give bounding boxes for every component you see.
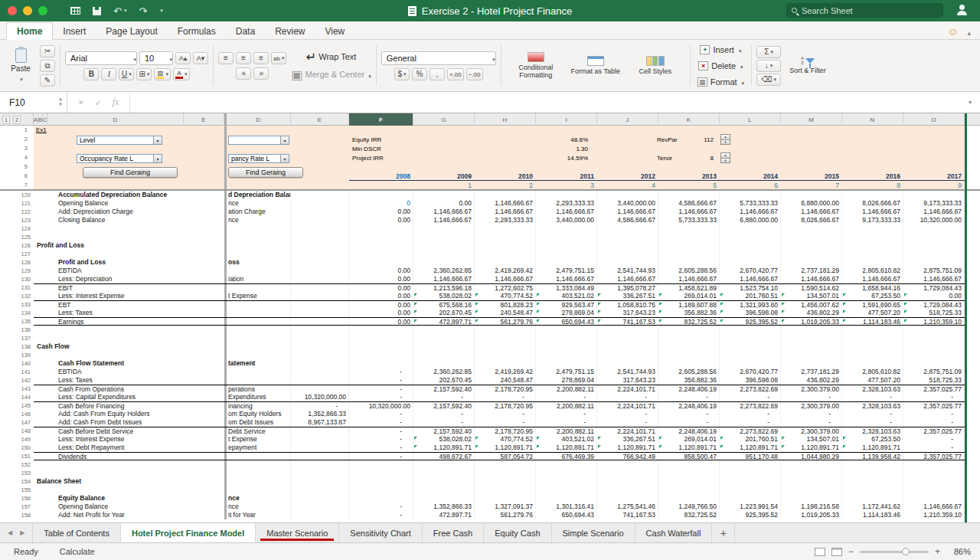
grid-cell[interactable]: 1,456,007.62: [781, 301, 842, 309]
grid-cell[interactable]: 0.00: [349, 284, 413, 292]
grid-cell[interactable]: [291, 334, 349, 342]
grid-cell[interactable]: [413, 241, 475, 250]
grid-cell[interactable]: 317,643.23: [597, 309, 658, 317]
grid-cell[interactable]: inancing: [227, 402, 291, 410]
grid-cell[interactable]: 2,273,822.69: [720, 427, 781, 435]
currency-format-button[interactable]: [394, 68, 410, 80]
grid-cell[interactable]: EBT: [34, 301, 224, 309]
grid-cell[interactable]: [475, 351, 536, 359]
grid-cell[interactable]: [536, 359, 597, 368]
grid-cell[interactable]: [903, 233, 965, 241]
row-header[interactable]: 133: [11, 300, 34, 309]
grid-cell[interactable]: [475, 486, 536, 494]
grid-cell[interactable]: [291, 326, 349, 334]
grid-cell[interactable]: 925,395.52: [720, 511, 781, 519]
grid-cell[interactable]: 4,586,666.67: [597, 216, 658, 224]
grid-cell[interactable]: [842, 334, 903, 342]
grid-cell[interactable]: 1,114,183.46: [842, 318, 903, 325]
grid-cell[interactable]: [349, 460, 413, 469]
grid-cell[interactable]: [227, 376, 291, 385]
grid-cell[interactable]: [34, 326, 224, 334]
grid-cell[interactable]: [291, 486, 349, 494]
grid-cell[interactable]: -: [597, 418, 658, 427]
row-header[interactable]: 124: [11, 224, 34, 233]
grid-cell[interactable]: 1,114,183.46: [842, 511, 903, 519]
grid-cell[interactable]: Less: Depreciation: [34, 275, 224, 283]
grid-cell[interactable]: 1,458,621.89: [658, 284, 720, 292]
row-header[interactable]: 138: [11, 342, 34, 351]
grid-cell[interactable]: 1,146,666.67: [597, 208, 658, 216]
grid-cell[interactable]: [842, 351, 903, 359]
feedback-smiley-icon[interactable]: [947, 25, 958, 38]
grid-cell[interactable]: [536, 486, 597, 494]
grid-cell[interactable]: 396,598.08: [720, 309, 781, 317]
grid-cell[interactable]: [536, 250, 597, 258]
grid-cell[interactable]: [658, 250, 720, 258]
grid-cell[interactable]: ation Charge: [227, 208, 291, 216]
grid-cell[interactable]: [903, 334, 965, 342]
grid-cell[interactable]: -: [658, 410, 720, 418]
grid-cell[interactable]: 6,880,000.00: [720, 216, 781, 224]
grid-cell[interactable]: [291, 267, 349, 275]
grid-cell[interactable]: 929,563.47: [536, 301, 597, 309]
grid-cell[interactable]: 8,026,666.67: [781, 216, 842, 224]
grid-cell[interactable]: [842, 241, 903, 250]
grid-cell[interactable]: Less: Taxes: [34, 376, 224, 385]
row-header[interactable]: 123: [11, 216, 34, 224]
column-header[interactable]: L: [720, 113, 781, 126]
row-header[interactable]: 129: [11, 267, 34, 275]
grid-cell[interactable]: Equity Balance: [34, 494, 224, 503]
grid-cell[interactable]: 832,725.52: [658, 511, 720, 519]
row-header[interactable]: 5: [11, 162, 31, 172]
spinner-down-icon[interactable]: [720, 159, 730, 164]
grid-cell[interactable]: [349, 359, 413, 368]
grid-cell[interactable]: 1,223,991.54: [720, 503, 781, 511]
grid-cell[interactable]: 1,210,359.10: [903, 511, 965, 519]
grid-cell[interactable]: 5,733,333.33: [658, 216, 720, 224]
grid-cell[interactable]: 3,440,000.00: [536, 216, 597, 224]
grid-cell[interactable]: 1,146,666.67: [658, 275, 720, 283]
column-header[interactable]: F: [349, 113, 413, 126]
grid-cell[interactable]: [658, 494, 720, 503]
grid-cell[interactable]: 2,200,882.11: [536, 385, 597, 393]
grid-cell[interactable]: 1,146,666.67: [842, 208, 903, 216]
tab-page-layout[interactable]: Page Layout: [96, 23, 167, 39]
grid-cell[interactable]: -: [349, 427, 413, 435]
grid-cell[interactable]: [291, 309, 349, 317]
save-button[interactable]: [93, 7, 101, 15]
grid-cell[interactable]: [349, 469, 413, 477]
grid-cell[interactable]: [536, 224, 597, 233]
grid-cell[interactable]: 858,500.47: [658, 453, 720, 460]
merge-center-button[interactable]: Merge & Center: [291, 67, 371, 82]
grid-cell[interactable]: -: [658, 418, 720, 427]
grid-cell[interactable]: -: [903, 435, 965, 444]
year-index-cell[interactable]: 8: [842, 182, 903, 190]
year-cell[interactable]: 2014: [720, 172, 781, 181]
grid-cell[interactable]: [658, 224, 720, 233]
grid-cell[interactable]: -: [349, 503, 413, 511]
grid-cell[interactable]: om Debt Issues: [227, 418, 291, 427]
grid-cell[interactable]: [658, 334, 720, 342]
grid-cell[interactable]: [413, 258, 475, 267]
grid-cell[interactable]: Add: Net Profit for Year: [34, 511, 224, 519]
grid-cell[interactable]: [720, 250, 781, 258]
grid-cell[interactable]: [227, 301, 291, 309]
grid-cell[interactable]: [413, 477, 475, 486]
year-index-cell[interactable]: 9: [903, 182, 965, 190]
grid-cell[interactable]: 2,328,103.63: [842, 402, 903, 410]
grid-cell[interactable]: 1,213,596.18: [413, 284, 475, 292]
grid-cell[interactable]: [291, 208, 349, 216]
grid-cell[interactable]: [658, 477, 720, 486]
grid-cell[interactable]: [349, 342, 413, 351]
grid-cell[interactable]: [720, 233, 781, 241]
font-size-select[interactable]: 10: [139, 51, 173, 65]
grid-cell[interactable]: [34, 486, 224, 494]
grid-cell[interactable]: [781, 334, 842, 342]
grid-cell[interactable]: [475, 191, 536, 199]
grid-cell[interactable]: [903, 477, 965, 486]
grid-cell[interactable]: 1,146,666.67: [475, 275, 536, 283]
grid-cell[interactable]: -: [475, 393, 536, 401]
column-header[interactable]: G: [413, 113, 475, 126]
grid-cell[interactable]: 2,357,025.77: [903, 427, 965, 435]
grid-cell[interactable]: [413, 224, 475, 233]
